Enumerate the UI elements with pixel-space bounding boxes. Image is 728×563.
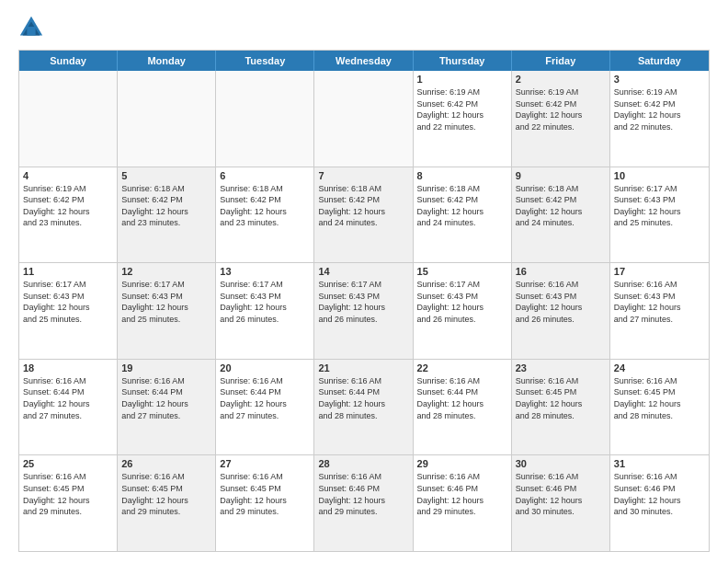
day-number: 23: [516, 362, 606, 373]
day-info: Sunrise: 6:17 AM Sunset: 6:43 PM Dayligh…: [417, 279, 507, 325]
day-info: Sunrise: 6:18 AM Sunset: 6:42 PM Dayligh…: [516, 183, 606, 229]
day-info: Sunrise: 6:17 AM Sunset: 6:43 PM Dayligh…: [121, 279, 211, 325]
day-cell-6: 6Sunrise: 6:18 AM Sunset: 6:42 PM Daylig…: [216, 167, 314, 263]
day-info: Sunrise: 6:18 AM Sunset: 6:42 PM Dayligh…: [121, 183, 211, 229]
day-cell-17: 17Sunrise: 6:16 AM Sunset: 6:43 PM Dayli…: [610, 263, 709, 359]
day-cell-2: 2Sunrise: 6:19 AM Sunset: 6:42 PM Daylig…: [512, 71, 610, 167]
day-cell-26: 26Sunrise: 6:16 AM Sunset: 6:45 PM Dayli…: [118, 455, 216, 551]
calendar-week-4: 18Sunrise: 6:16 AM Sunset: 6:44 PM Dayli…: [19, 360, 709, 456]
day-info: Sunrise: 6:19 AM Sunset: 6:42 PM Dayligh…: [23, 183, 113, 229]
day-cell-5: 5Sunrise: 6:18 AM Sunset: 6:42 PM Daylig…: [118, 167, 216, 263]
day-number: 11: [23, 266, 113, 277]
day-info: Sunrise: 6:19 AM Sunset: 6:42 PM Dayligh…: [417, 86, 507, 132]
day-info: Sunrise: 6:16 AM Sunset: 6:45 PM Dayligh…: [23, 471, 113, 517]
day-number: 18: [23, 362, 113, 373]
day-cell-22: 22Sunrise: 6:16 AM Sunset: 6:44 PM Dayli…: [414, 360, 512, 455]
day-number: 19: [121, 362, 211, 373]
day-cell-7: 7Sunrise: 6:18 AM Sunset: 6:42 PM Daylig…: [314, 167, 413, 263]
day-number: 14: [318, 266, 408, 277]
day-info: Sunrise: 6:16 AM Sunset: 6:45 PM Dayligh…: [614, 375, 705, 421]
day-info: Sunrise: 6:16 AM Sunset: 6:46 PM Dayligh…: [417, 471, 507, 517]
day-info: Sunrise: 6:17 AM Sunset: 6:43 PM Dayligh…: [23, 279, 113, 325]
calendar-week-2: 4Sunrise: 6:19 AM Sunset: 6:42 PM Daylig…: [19, 167, 709, 264]
day-number: 5: [121, 170, 211, 181]
day-cell-9: 9Sunrise: 6:18 AM Sunset: 6:42 PM Daylig…: [512, 167, 610, 263]
day-cell-12: 12Sunrise: 6:17 AM Sunset: 6:43 PM Dayli…: [118, 263, 216, 359]
calendar-week-1: 1Sunrise: 6:19 AM Sunset: 6:42 PM Daylig…: [19, 71, 709, 167]
day-info: Sunrise: 6:16 AM Sunset: 6:45 PM Dayligh…: [516, 375, 606, 421]
day-info: Sunrise: 6:18 AM Sunset: 6:42 PM Dayligh…: [417, 183, 507, 229]
day-cell-28: 28Sunrise: 6:16 AM Sunset: 6:46 PM Dayli…: [314, 455, 413, 551]
day-number: 16: [516, 266, 606, 277]
day-number: 13: [220, 266, 310, 277]
day-info: Sunrise: 6:19 AM Sunset: 6:42 PM Dayligh…: [614, 86, 705, 132]
logo-icon: [18, 15, 44, 40]
day-number: 7: [318, 170, 408, 181]
day-info: Sunrise: 6:16 AM Sunset: 6:46 PM Dayligh…: [318, 471, 408, 517]
svg-rect-2: [27, 27, 35, 35]
day-number: 20: [220, 362, 310, 373]
day-cell-19: 19Sunrise: 6:16 AM Sunset: 6:44 PM Dayli…: [118, 360, 216, 455]
empty-cell: [314, 71, 413, 167]
logo: [18, 15, 48, 40]
day-number: 3: [614, 74, 705, 85]
day-cell-14: 14Sunrise: 6:17 AM Sunset: 6:43 PM Dayli…: [314, 263, 413, 359]
day-cell-18: 18Sunrise: 6:16 AM Sunset: 6:44 PM Dayli…: [19, 360, 118, 455]
calendar: SundayMondayTuesdayWednesdayThursdayFrid…: [18, 50, 710, 552]
day-cell-30: 30Sunrise: 6:16 AM Sunset: 6:46 PM Dayli…: [512, 455, 610, 551]
day-cell-25: 25Sunrise: 6:16 AM Sunset: 6:45 PM Dayli…: [19, 455, 118, 551]
day-info: Sunrise: 6:16 AM Sunset: 6:44 PM Dayligh…: [121, 375, 211, 421]
calendar-week-5: 25Sunrise: 6:16 AM Sunset: 6:45 PM Dayli…: [19, 455, 709, 551]
day-info: Sunrise: 6:17 AM Sunset: 6:43 PM Dayligh…: [318, 279, 408, 325]
day-info: Sunrise: 6:16 AM Sunset: 6:45 PM Dayligh…: [220, 471, 310, 517]
day-cell-13: 13Sunrise: 6:17 AM Sunset: 6:43 PM Dayli…: [216, 263, 314, 359]
day-number: 29: [417, 458, 507, 469]
day-number: 25: [23, 458, 113, 469]
day-number: 30: [516, 458, 606, 469]
header-day-wednesday: Wednesday: [314, 51, 413, 71]
day-number: 28: [318, 458, 408, 469]
day-cell-10: 10Sunrise: 6:17 AM Sunset: 6:43 PM Dayli…: [610, 167, 709, 263]
empty-cell: [118, 71, 216, 167]
day-number: 10: [614, 170, 705, 181]
day-number: 31: [614, 458, 705, 469]
calendar-week-3: 11Sunrise: 6:17 AM Sunset: 6:43 PM Dayli…: [19, 263, 709, 360]
day-number: 9: [516, 170, 606, 181]
day-number: 1: [417, 74, 507, 85]
day-number: 26: [121, 458, 211, 469]
day-number: 24: [614, 362, 705, 373]
page: SundayMondayTuesdayWednesdayThursdayFrid…: [0, 0, 728, 563]
day-cell-15: 15Sunrise: 6:17 AM Sunset: 6:43 PM Dayli…: [414, 263, 512, 359]
day-info: Sunrise: 6:16 AM Sunset: 6:44 PM Dayligh…: [220, 375, 310, 421]
day-number: 17: [614, 266, 705, 277]
day-cell-21: 21Sunrise: 6:16 AM Sunset: 6:44 PM Dayli…: [314, 360, 413, 455]
header-day-saturday: Saturday: [610, 51, 709, 71]
day-info: Sunrise: 6:17 AM Sunset: 6:43 PM Dayligh…: [614, 183, 705, 229]
day-info: Sunrise: 6:16 AM Sunset: 6:45 PM Dayligh…: [121, 471, 211, 517]
day-cell-4: 4Sunrise: 6:19 AM Sunset: 6:42 PM Daylig…: [19, 167, 118, 263]
day-number: 4: [23, 170, 113, 181]
day-number: 22: [417, 362, 507, 373]
day-cell-27: 27Sunrise: 6:16 AM Sunset: 6:45 PM Dayli…: [216, 455, 314, 551]
header-day-sunday: Sunday: [19, 51, 118, 71]
day-number: 15: [417, 266, 507, 277]
day-info: Sunrise: 6:16 AM Sunset: 6:44 PM Dayligh…: [417, 375, 507, 421]
header: [18, 15, 710, 40]
day-info: Sunrise: 6:16 AM Sunset: 6:46 PM Dayligh…: [614, 471, 705, 517]
day-cell-24: 24Sunrise: 6:16 AM Sunset: 6:45 PM Dayli…: [610, 360, 709, 455]
day-info: Sunrise: 6:18 AM Sunset: 6:42 PM Dayligh…: [220, 183, 310, 229]
day-info: Sunrise: 6:18 AM Sunset: 6:42 PM Dayligh…: [318, 183, 408, 229]
day-number: 8: [417, 170, 507, 181]
day-cell-11: 11Sunrise: 6:17 AM Sunset: 6:43 PM Dayli…: [19, 263, 118, 359]
day-cell-20: 20Sunrise: 6:16 AM Sunset: 6:44 PM Dayli…: [216, 360, 314, 455]
day-cell-8: 8Sunrise: 6:18 AM Sunset: 6:42 PM Daylig…: [414, 167, 512, 263]
day-cell-31: 31Sunrise: 6:16 AM Sunset: 6:46 PM Dayli…: [610, 455, 709, 551]
day-number: 6: [220, 170, 310, 181]
day-info: Sunrise: 6:16 AM Sunset: 6:46 PM Dayligh…: [516, 471, 606, 517]
day-info: Sunrise: 6:17 AM Sunset: 6:43 PM Dayligh…: [220, 279, 310, 325]
calendar-body: 1Sunrise: 6:19 AM Sunset: 6:42 PM Daylig…: [19, 71, 709, 551]
header-day-friday: Friday: [512, 51, 610, 71]
day-info: Sunrise: 6:16 AM Sunset: 6:43 PM Dayligh…: [614, 279, 705, 325]
calendar-header: SundayMondayTuesdayWednesdayThursdayFrid…: [19, 51, 709, 71]
header-day-tuesday: Tuesday: [216, 51, 314, 71]
